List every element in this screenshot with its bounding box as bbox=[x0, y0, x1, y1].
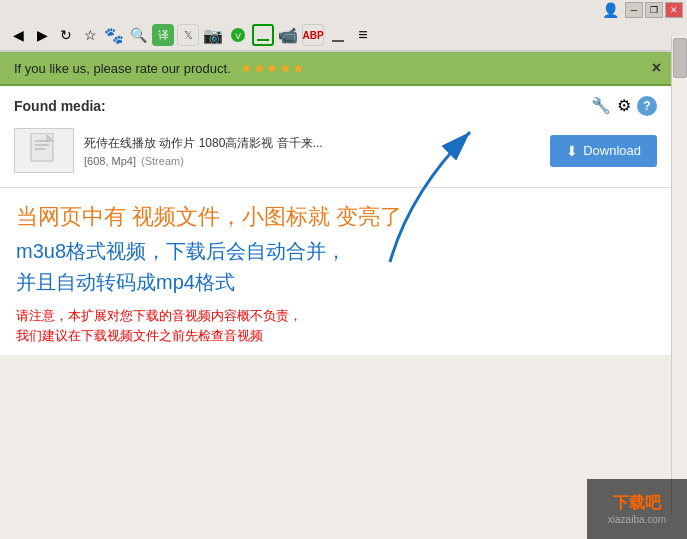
camera-ext-icon[interactable]: 📷 bbox=[202, 24, 224, 46]
found-media-label: Found media: bbox=[14, 98, 106, 114]
warning-text: 请注意，本扩展对您下载的音视频内容概不负责， 我们建议在下载视频文件之前先检查音… bbox=[16, 306, 655, 345]
help-icon[interactable]: ? bbox=[637, 96, 657, 116]
download2-ext-icon[interactable] bbox=[327, 24, 349, 46]
circle-ext-icon[interactable]: V bbox=[227, 24, 249, 46]
adblock-icon[interactable]: ABP bbox=[302, 24, 324, 46]
warning-line1: 请注意，本扩展对您下载的音视频内容概不负责， bbox=[16, 306, 655, 326]
media-item: 死侍在线播放 动作片 1080高清影视 音千来... [608, Mp4] (S… bbox=[14, 124, 657, 177]
restore-button[interactable]: ❐ bbox=[645, 2, 663, 18]
content-area: If you like us, please rate our product.… bbox=[0, 52, 671, 355]
translate-ext-icon[interactable]: 译 bbox=[152, 24, 174, 46]
refresh-icon[interactable]: ↻ bbox=[56, 25, 76, 45]
svg-text:V: V bbox=[235, 31, 241, 41]
scrollbar[interactable] bbox=[671, 36, 687, 516]
watermark-title: 下载吧 bbox=[613, 493, 661, 514]
download-ext-icon[interactable] bbox=[252, 24, 274, 46]
warning-line2: 我们建议在下载视频文件之前先检查音视频 bbox=[16, 326, 655, 346]
forward-icon[interactable]: ▶ bbox=[32, 25, 52, 45]
download-button[interactable]: ⬇ Download bbox=[550, 135, 657, 167]
wrench-icon[interactable]: 🔧 bbox=[591, 96, 611, 116]
extension-icons: 译 𝕏 📷 V 📹 ABP ≡ bbox=[152, 24, 374, 46]
minimize-button[interactable]: ─ bbox=[625, 2, 643, 18]
back-icon[interactable]: ◀ bbox=[8, 25, 28, 45]
svg-marker-2 bbox=[259, 29, 267, 37]
media-title: 死侍在线播放 动作片 1080高清影视 音千来... bbox=[84, 135, 364, 152]
media-header: Found media: 🔧 ⚙ ? bbox=[14, 96, 657, 116]
notification-text: If you like us, please rate our product. bbox=[14, 61, 231, 76]
media-panel: Found media: 🔧 ⚙ ? 死侍在线播放 动作片 1080高清影视 音… bbox=[0, 86, 671, 188]
svg-rect-5 bbox=[332, 40, 344, 42]
instruction-line3: 并且自动转码成mp4格式 bbox=[16, 269, 655, 296]
settings-icon[interactable]: ⚙ bbox=[617, 96, 631, 116]
camera2-ext-icon[interactable]: 📹 bbox=[277, 24, 299, 46]
media-stream: (Stream) bbox=[141, 155, 184, 167]
toolbar: ◀ ▶ ↻ ☆ 🐾 🔍 译 𝕏 📷 V 📹 ABP ≡ bbox=[0, 20, 687, 51]
paw-icon[interactable]: 🐾 bbox=[104, 25, 124, 45]
svg-marker-4 bbox=[334, 28, 342, 38]
watermark: 下载吧 xiazaiba.com bbox=[587, 479, 687, 539]
instruction-area: 当网页中有 视频文件，小图标就 变亮了 m3u8格式视频，下载后会自动合并， 并… bbox=[0, 188, 671, 355]
instruction-line2: m3u8格式视频，下载后会自动合并， bbox=[16, 238, 655, 265]
ext2-icon[interactable]: 𝕏 bbox=[177, 24, 199, 46]
title-bar: 👤 ─ ❐ ✕ bbox=[0, 0, 687, 20]
profile-icon[interactable]: 👤 bbox=[602, 2, 619, 18]
download-button-label: Download bbox=[583, 143, 641, 158]
download-arrow-icon: ⬇ bbox=[566, 143, 578, 159]
media-header-icons: 🔧 ⚙ ? bbox=[591, 96, 657, 116]
close-button[interactable]: ✕ bbox=[665, 2, 683, 18]
menu-icon[interactable]: ≡ bbox=[352, 24, 374, 46]
search-icon[interactable]: 🔍 bbox=[128, 25, 148, 45]
window-chrome: 👤 ─ ❐ ✕ ◀ ▶ ↻ ☆ 🐾 🔍 译 𝕏 📷 V 📹 ABP ≡ bbox=[0, 0, 687, 52]
instruction-line1: 当网页中有 视频文件，小图标就 变亮了 bbox=[16, 202, 655, 232]
scrollbar-thumb[interactable] bbox=[673, 38, 687, 78]
media-meta: [608, Mp4] (Stream) bbox=[84, 155, 540, 167]
svg-rect-3 bbox=[257, 39, 269, 41]
media-thumbnail bbox=[14, 128, 74, 173]
notification-bar: If you like us, please rate our product.… bbox=[0, 52, 671, 86]
rating-stars[interactable]: ★★★★★ bbox=[240, 60, 305, 76]
media-size: [608, Mp4] bbox=[84, 155, 136, 167]
star-icon[interactable]: ☆ bbox=[80, 25, 100, 45]
media-info: 死侍在线播放 动作片 1080高清影视 音千来... [608, Mp4] (S… bbox=[84, 135, 540, 167]
notification-close-button[interactable]: × bbox=[652, 59, 661, 77]
watermark-url: xiazaiba.com bbox=[608, 514, 666, 525]
